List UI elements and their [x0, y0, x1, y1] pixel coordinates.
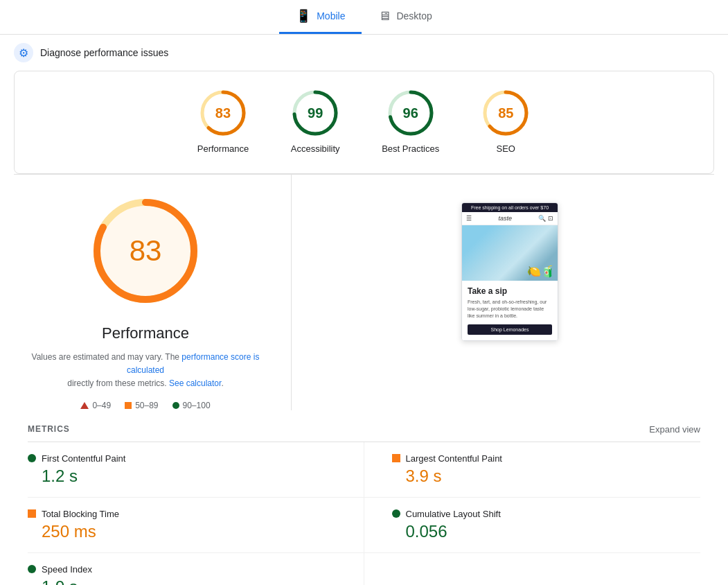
metric-lcp-header: Largest Contentful Paint: [392, 453, 701, 464]
diagnose-label: Diagnose performance issues: [40, 47, 168, 58]
metric-tbt-value: 250 ms: [28, 522, 336, 541]
big-gauge-value: 83: [130, 234, 162, 268]
score-best-practices: 96 Best Practices: [382, 88, 439, 154]
score-performance: 83 Performance: [197, 88, 249, 154]
score-accessibility: 99 Accessibility: [290, 88, 340, 154]
metrics-grid: First Contentful Paint 1.2 s Largest Con…: [28, 442, 700, 585]
legend-average: 50–89: [125, 401, 158, 410]
metric-cls-name: Cumulative Layout Shift: [406, 509, 501, 519]
score-circle-best-practices: 96: [386, 88, 436, 138]
tab-mobile[interactable]: 📱 Mobile: [279, 0, 362, 34]
metric-cls-value: 0.056: [392, 522, 701, 541]
metric-cls: Cumulative Layout Shift 0.056: [364, 498, 701, 553]
phone-mockup: Free shipping on all orders over $70 ☰ t…: [461, 202, 558, 341]
score-label-accessibility: Accessibility: [291, 143, 340, 154]
big-gauge: 83: [83, 189, 208, 313]
phone-menu-icon: ☰: [466, 215, 472, 222]
score-seo: 85 SEO: [481, 88, 531, 154]
main-content: 83 Performance Values are estimated and …: [0, 175, 728, 424]
score-label-seo: SEO: [497, 143, 515, 154]
metric-lcp-name: Largest Contentful Paint: [406, 453, 502, 464]
scores-card: 83 Performance 99 Accessibility 96: [14, 71, 714, 174]
fruit-visual: [462, 225, 558, 281]
metric-fcp-indicator: [28, 454, 36, 462]
metric-lcp-indicator: [392, 454, 400, 462]
phone-content: Take a sip Fresh, tart, and oh-so-refres…: [462, 281, 558, 340]
phone-cta-button[interactable]: Shop Lemonades: [468, 324, 552, 335]
metric-cls-indicator: [392, 509, 400, 518]
metric-lcp-value: 3.9 s: [392, 466, 701, 486]
tab-mobile-label: Mobile: [317, 10, 345, 21]
gauge-title: Performance: [102, 324, 189, 342]
mobile-icon: 📱: [296, 8, 311, 24]
scores-row: 83 Performance 99 Accessibility 96: [15, 88, 713, 154]
metric-fcp-header: First Contentful Paint: [28, 453, 336, 464]
score-value-performance: 83: [215, 105, 231, 121]
vertical-divider: [291, 175, 292, 410]
phone-title: Take a sip: [468, 286, 552, 296]
diagnose-bar: ⚙ Diagnose performance issues: [0, 35, 728, 71]
metrics-header: METRICS Expand view: [28, 424, 700, 442]
metric-tbt: Total Blocking Time 250 ms: [28, 498, 364, 553]
phone-header: ☰ taste 🔍 ⊡: [462, 212, 558, 225]
metric-si-value: 1.9 s: [28, 577, 336, 585]
metric-si-name: Speed Index: [42, 564, 92, 575]
score-circle-accessibility: 99: [290, 88, 340, 138]
legend-fail-icon: [80, 402, 89, 409]
phone-banner: Free shipping on all orders over $70: [462, 203, 558, 212]
phone-hero-image: [462, 225, 558, 281]
diagnose-icon: ⚙: [14, 43, 33, 62]
score-label-best-practices: Best Practices: [382, 143, 439, 154]
metric-tbt-name: Total Blocking Time: [42, 509, 119, 519]
metric-tbt-header: Total Blocking Time: [28, 509, 336, 519]
expand-view-button[interactable]: Expand view: [649, 424, 700, 435]
legend: 0–49 50–89 90–100: [80, 401, 210, 410]
tab-desktop[interactable]: 🖥 Desktop: [362, 0, 448, 34]
metrics-section: METRICS Expand view First Contentful Pai…: [0, 424, 728, 585]
screenshot-section: Free shipping on all orders over $70 ☰ t…: [319, 189, 700, 341]
desktop-icon: 🖥: [378, 9, 391, 24]
metric-si-indicator: [28, 565, 36, 573]
legend-average-icon: [125, 402, 132, 409]
metric-si: Speed Index 1.9 s: [28, 553, 364, 585]
phone-logo: taste: [498, 215, 512, 222]
metric-fcp-value: 1.2 s: [28, 466, 336, 486]
score-label-performance: Performance: [197, 143, 249, 154]
score-value-best-practices: 96: [403, 105, 418, 121]
score-value-accessibility: 99: [308, 105, 323, 121]
tab-bar: 📱 Mobile 🖥 Desktop: [0, 0, 728, 35]
metric-tbt-indicator: [28, 509, 36, 518]
metrics-title: METRICS: [28, 424, 70, 434]
score-value-seo: 85: [498, 105, 513, 121]
score-circle-performance: 83: [198, 88, 248, 138]
metric-si-header: Speed Index: [28, 564, 336, 575]
phone-body-text: Fresh, tart, and oh-so-refreshing, our l…: [468, 299, 552, 319]
gauge-description: Values are estimated and may vary. The p…: [28, 351, 263, 391]
legend-average-range: 50–89: [135, 401, 158, 410]
metric-cls-header: Cumulative Layout Shift: [392, 509, 701, 519]
metric-fcp-name: First Contentful Paint: [42, 453, 125, 464]
legend-pass: 90–100: [172, 401, 211, 410]
legend-pass-range: 90–100: [183, 401, 211, 410]
tab-desktop-label: Desktop: [396, 10, 432, 21]
metric-fcp: First Contentful Paint 1.2 s: [28, 442, 364, 498]
phone-action-icons: 🔍 ⊡: [538, 215, 553, 222]
legend-pass-icon: [172, 402, 179, 409]
metric-lcp: Largest Contentful Paint 3.9 s: [364, 442, 701, 498]
legend-fail: 0–49: [80, 401, 111, 410]
score-circle-seo: 85: [481, 88, 531, 138]
legend-fail-range: 0–49: [92, 401, 111, 410]
gauge-section: 83 Performance Values are estimated and …: [28, 189, 263, 410]
